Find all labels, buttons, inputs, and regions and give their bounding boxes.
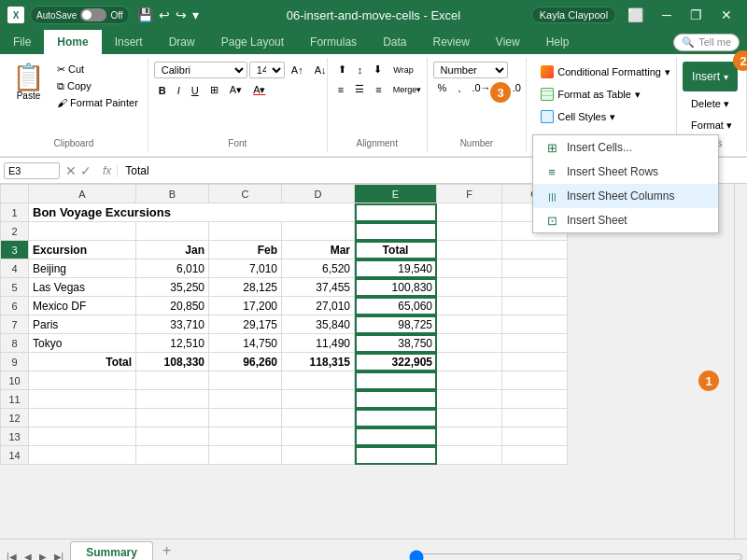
cell-b8[interactable]: 12,510 xyxy=(136,334,209,353)
row-header-9[interactable]: 9 xyxy=(1,353,29,371)
cut-button[interactable]: ✂ Cut xyxy=(53,62,142,77)
cell-f4[interactable] xyxy=(437,259,502,278)
cell-f10[interactable] xyxy=(437,371,502,390)
wrap-text-button[interactable]: Wrap xyxy=(388,63,417,77)
save-button[interactable]: 💾 xyxy=(135,6,155,24)
col-header-d[interactable]: D xyxy=(282,185,355,203)
bold-button[interactable]: B xyxy=(154,83,171,98)
sheet-tab-summary[interactable]: Summary xyxy=(70,541,153,560)
border-button[interactable]: ⊞ xyxy=(205,82,223,98)
align-right-button[interactable]: ≡ xyxy=(371,82,386,97)
row-header-2[interactable]: 2 xyxy=(1,222,29,241)
col-header-b[interactable]: B xyxy=(136,185,209,203)
cell-f8[interactable] xyxy=(437,334,502,353)
tab-data[interactable]: Data xyxy=(370,30,419,54)
cell-e4[interactable]: 19,540 xyxy=(355,259,437,278)
cell-c6[interactable]: 17,200 xyxy=(209,297,282,315)
insert-sheet-rows-item[interactable]: ≡ Insert Sheet Rows xyxy=(533,160,718,184)
cell-reference-input[interactable] xyxy=(4,162,60,179)
insert-sheet-columns-item[interactable]: ⫼ Insert Sheet Columns xyxy=(533,184,718,208)
cell-d10[interactable] xyxy=(282,371,355,390)
cell-g8[interactable] xyxy=(502,334,568,353)
cell-e5[interactable]: 100,830 xyxy=(355,278,437,297)
tab-formulas[interactable]: Formulas xyxy=(297,30,370,54)
delete-button[interactable]: Delete ▾ xyxy=(683,95,738,113)
cell-b4[interactable]: 6,010 xyxy=(136,259,209,278)
font-color-button[interactable]: A▾ xyxy=(248,82,270,98)
cell-e6[interactable]: 65,060 xyxy=(355,297,437,315)
row-header-12[interactable]: 12 xyxy=(1,409,29,427)
cell-g7[interactable] xyxy=(502,315,568,334)
cell-b9[interactable]: 108,330 xyxy=(136,353,209,371)
cell-f9[interactable] xyxy=(437,353,502,371)
comma-button[interactable]: , xyxy=(453,80,465,95)
sheet-last-button[interactable]: ▶| xyxy=(51,551,67,560)
cell-b10[interactable] xyxy=(136,371,209,390)
cell-d7[interactable]: 35,840 xyxy=(282,315,355,334)
cell-e9[interactable]: 322,905 xyxy=(355,353,437,371)
row-header-7[interactable]: 7 xyxy=(1,315,29,334)
row-header-13[interactable]: 13 xyxy=(1,427,29,446)
row-header-6[interactable]: 6 xyxy=(1,297,29,315)
cell-d2[interactable] xyxy=(282,222,355,241)
format-as-table-button[interactable]: Format as Table ▾ xyxy=(532,84,649,105)
undo-button[interactable]: ↩ xyxy=(157,6,172,24)
cell-g4[interactable] xyxy=(502,259,568,278)
customize-qat-button[interactable]: ▾ xyxy=(190,6,201,24)
underline-button[interactable]: U xyxy=(187,83,204,98)
redo-button[interactable]: ↪ xyxy=(174,6,189,24)
number-format-select[interactable]: Number xyxy=(433,62,508,78)
tell-me-input[interactable]: 🔍 Tell me xyxy=(673,34,740,51)
format-painter-button[interactable]: 🖌 Format Painter xyxy=(53,95,142,110)
fill-color-button[interactable]: A▾ xyxy=(225,82,247,98)
font-family-select[interactable]: Calibri xyxy=(154,62,247,78)
cell-a2[interactable] xyxy=(29,222,136,241)
align-center-button[interactable]: ☰ xyxy=(350,81,369,97)
cell-b2[interactable] xyxy=(136,222,209,241)
cell-g5[interactable] xyxy=(502,278,568,297)
cell-c3[interactable]: Feb xyxy=(209,241,282,259)
col-header-f[interactable]: F xyxy=(437,185,502,203)
cell-a10[interactable] xyxy=(29,371,136,390)
cell-f3[interactable] xyxy=(437,241,502,259)
tab-help[interactable]: Help xyxy=(533,30,583,54)
cell-b3[interactable]: Jan xyxy=(136,241,209,259)
tab-view[interactable]: View xyxy=(483,30,533,54)
cell-g9[interactable] xyxy=(502,353,568,371)
cell-a5[interactable]: Las Vegas xyxy=(29,278,136,297)
row-header-3[interactable]: 3 xyxy=(1,241,29,259)
col-header-c[interactable]: C xyxy=(209,185,282,203)
conditional-formatting-button[interactable]: Conditional Formatting ▾ xyxy=(532,62,679,82)
spreadsheet-container[interactable]: A B C D E F G 1 Bon Voyage Excursions xyxy=(0,184,747,539)
tab-draw[interactable]: Draw xyxy=(156,30,208,54)
cell-c4[interactable]: 7,010 xyxy=(209,259,282,278)
cell-f7[interactable] xyxy=(437,315,502,334)
row-header-14[interactable]: 14 xyxy=(1,446,29,465)
cell-c9[interactable]: 96,260 xyxy=(209,353,282,371)
increase-font-button[interactable]: A↑ xyxy=(287,63,308,77)
merge-button[interactable]: Merge▾ xyxy=(388,83,427,96)
cell-d9[interactable]: 118,315 xyxy=(282,353,355,371)
align-middle-button[interactable]: ↕ xyxy=(353,63,368,77)
row-header-5[interactable]: 5 xyxy=(1,278,29,297)
row-header-8[interactable]: 8 xyxy=(1,334,29,353)
cell-c5[interactable]: 28,125 xyxy=(209,278,282,297)
cell-e10[interactable] xyxy=(355,371,437,390)
tab-home[interactable]: Home xyxy=(44,30,101,54)
cell-d8[interactable]: 11,490 xyxy=(282,334,355,353)
tab-file[interactable]: File xyxy=(0,30,44,54)
cell-d6[interactable]: 27,010 xyxy=(282,297,355,315)
cell-g10[interactable] xyxy=(502,371,568,390)
confirm-icon[interactable]: ✓ xyxy=(80,163,92,178)
align-left-button[interactable]: ≡ xyxy=(333,82,348,97)
close-button[interactable]: ✕ xyxy=(713,6,740,24)
cell-a6[interactable]: Mexico DF xyxy=(29,297,136,315)
cell-b6[interactable]: 20,850 xyxy=(136,297,209,315)
align-bottom-button[interactable]: ⬇ xyxy=(369,62,387,77)
insert-cells-item[interactable]: ⊞ Insert Cells... xyxy=(533,135,718,160)
cell-a3[interactable]: Excursion xyxy=(29,241,136,259)
cancel-icon[interactable]: ✕ xyxy=(65,163,77,178)
cell-f6[interactable] xyxy=(437,297,502,315)
cell-c8[interactable]: 14,750 xyxy=(209,334,282,353)
cell-b7[interactable]: 33,710 xyxy=(136,315,209,334)
